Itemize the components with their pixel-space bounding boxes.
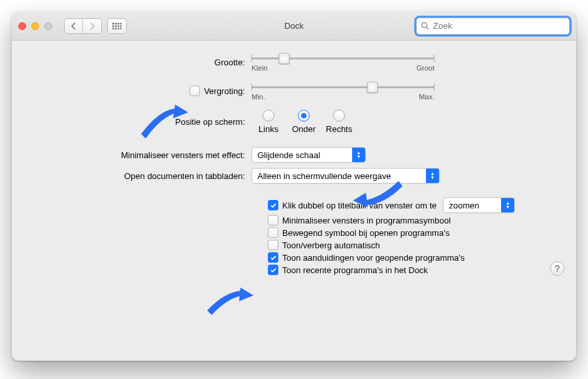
svg-point-12 bbox=[422, 23, 427, 28]
popup-arrows-icon: ▲▼ bbox=[352, 148, 365, 162]
show-all-button[interactable] bbox=[107, 18, 127, 34]
magnification-slider-knob[interactable] bbox=[367, 82, 378, 93]
popup-arrows-icon: ▲▼ bbox=[426, 169, 439, 183]
double-click-action-value: zoomen bbox=[444, 201, 501, 210]
magnification-checkbox[interactable] bbox=[189, 86, 200, 96]
svg-rect-2 bbox=[118, 23, 120, 25]
help-icon: ? bbox=[555, 263, 560, 274]
minimize-effect-value: Glijdende schaal bbox=[252, 150, 352, 160]
recent-label: Toon recente programma's in het Dock bbox=[282, 265, 428, 275]
popup-arrows-icon: ▲▼ bbox=[501, 198, 514, 212]
open-tabs-row: Open documenten in tabbladen: Alleen in … bbox=[26, 168, 562, 184]
minimize-effect-row: Minimaliseer vensters met effect: Glijde… bbox=[26, 147, 562, 163]
autohide-row: Toon/verberg automatisch bbox=[268, 240, 562, 250]
minimize-into-icon-label: Minimaliseer vensters in programmasymboo… bbox=[282, 216, 451, 225]
radio-right-label: Rechts bbox=[326, 124, 352, 134]
zoom-icon[interactable] bbox=[44, 22, 52, 30]
grid-icon bbox=[112, 23, 122, 29]
minimize-into-icon-row: Minimaliseer vensters in programmasymboo… bbox=[268, 215, 562, 225]
magnification-row: Vergroting: Min. Max. bbox=[26, 81, 562, 101]
forward-button[interactable] bbox=[83, 19, 101, 33]
open-tabs-popup[interactable]: Alleen in schermvullende weergave ▲▼ bbox=[252, 168, 440, 184]
magnification-label: Vergroting: bbox=[204, 86, 245, 96]
svg-rect-8 bbox=[112, 28, 114, 29]
svg-rect-0 bbox=[112, 23, 114, 25]
titlebar: Dock bbox=[12, 12, 576, 41]
svg-rect-11 bbox=[120, 28, 122, 29]
minimize-icon[interactable] bbox=[31, 22, 39, 30]
size-slider[interactable] bbox=[252, 52, 434, 64]
double-click-checkbox[interactable] bbox=[268, 200, 278, 210]
svg-rect-7 bbox=[120, 25, 122, 27]
indicators-checkbox[interactable] bbox=[268, 252, 278, 263]
animate-open-label: Bewegend symbool bij openen programma's bbox=[282, 228, 449, 238]
traffic-lights bbox=[18, 22, 52, 30]
nav-segment bbox=[64, 18, 102, 34]
open-tabs-label: Open documenten in tabbladen: bbox=[26, 171, 252, 181]
search-input[interactable] bbox=[432, 20, 565, 31]
position-label: Positie op scherm: bbox=[26, 117, 252, 127]
double-click-row: Klik dubbel op titelbalk van venster om … bbox=[268, 197, 562, 213]
svg-rect-4 bbox=[112, 25, 114, 27]
svg-marker-16 bbox=[239, 288, 253, 301]
minimize-into-icon-checkbox[interactable] bbox=[268, 215, 278, 225]
indicators-label: Toon aanduidingen voor geopende programm… bbox=[282, 253, 465, 263]
double-click-label: Klik dubbel op titelbalk van venster om … bbox=[282, 201, 436, 210]
size-row: Grootte: Klein Groot bbox=[26, 52, 562, 72]
position-bottom-radio[interactable] bbox=[298, 110, 310, 122]
size-max-label: Groot bbox=[416, 64, 434, 72]
autohide-checkbox[interactable] bbox=[268, 240, 278, 250]
search-field[interactable] bbox=[416, 18, 570, 35]
close-icon[interactable] bbox=[18, 22, 26, 30]
recent-checkbox[interactable] bbox=[268, 265, 278, 275]
indicators-row: Toon aanduidingen voor geopende programm… bbox=[268, 252, 562, 263]
open-tabs-value: Alleen in schermvullende weergave bbox=[252, 171, 426, 181]
double-click-action-popup[interactable]: zoomen ▲▼ bbox=[443, 197, 515, 213]
recent-row: Toon recente programma's in het Dock bbox=[268, 265, 562, 275]
content: Grootte: Klein Groot Vergroting: bbox=[12, 41, 576, 285]
animate-open-checkbox[interactable] bbox=[268, 227, 278, 238]
size-slider-knob[interactable] bbox=[279, 53, 290, 64]
help-button[interactable]: ? bbox=[550, 261, 564, 276]
svg-rect-3 bbox=[120, 23, 122, 25]
svg-rect-6 bbox=[118, 25, 120, 27]
minimize-effect-popup[interactable]: Glijdende schaal ▲▼ bbox=[252, 147, 366, 163]
prefs-window: Dock Grootte: Klein bbox=[12, 12, 576, 361]
svg-rect-5 bbox=[115, 25, 117, 27]
position-left-radio[interactable] bbox=[263, 110, 274, 122]
magnification-slider[interactable] bbox=[252, 81, 434, 93]
animate-open-row: Bewegend symbool bij openen programma's bbox=[268, 227, 562, 238]
size-label: Grootte: bbox=[26, 58, 252, 67]
svg-rect-10 bbox=[118, 28, 120, 29]
position-right-radio[interactable] bbox=[333, 110, 345, 122]
position-radiogroup: Links Onder Rechts bbox=[252, 110, 356, 134]
size-min-label: Klein bbox=[252, 64, 267, 72]
autohide-label: Toon/verberg automatisch bbox=[282, 240, 380, 250]
svg-line-13 bbox=[427, 27, 429, 30]
minimize-effect-label: Minimaliseer vensters met effect: bbox=[26, 150, 252, 160]
magnification-min-label: Min. bbox=[252, 93, 265, 101]
svg-rect-1 bbox=[115, 23, 117, 25]
position-row: Positie op scherm: Links Onder Rechts bbox=[26, 110, 562, 134]
radio-left-label: Links bbox=[259, 124, 278, 134]
search-icon bbox=[421, 22, 429, 30]
back-button[interactable] bbox=[65, 19, 83, 33]
magnification-max-label: Max. bbox=[419, 93, 434, 101]
radio-bottom-label: Onder bbox=[292, 124, 316, 134]
svg-rect-9 bbox=[115, 28, 117, 29]
annotation-arrow-icon bbox=[206, 286, 255, 320]
